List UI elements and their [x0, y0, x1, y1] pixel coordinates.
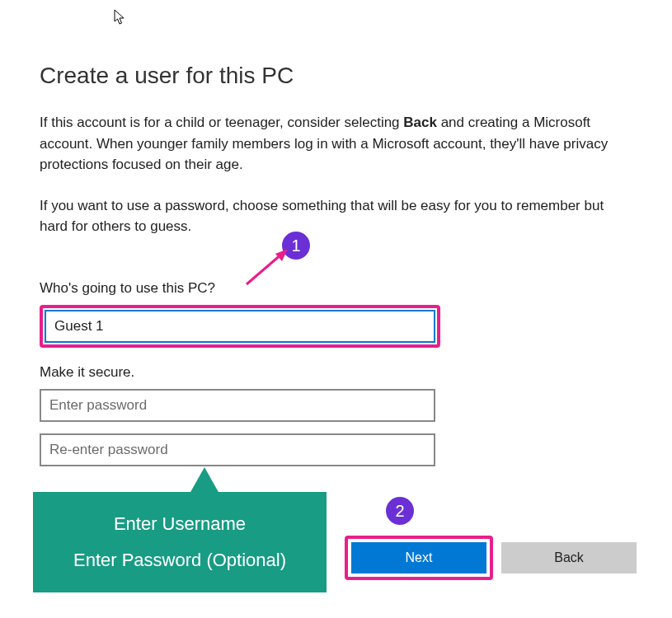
next-button[interactable]: Next: [351, 542, 486, 574]
reenter-password-input[interactable]: [40, 433, 435, 466]
username-label: Who's going to use this PC?: [40, 280, 632, 297]
callout-tail: [190, 467, 219, 494]
annotation-callout: Enter Username Enter Password (Optional): [33, 492, 327, 592]
username-highlight-frame: [40, 305, 440, 348]
annotation-marker-2: 2: [386, 497, 414, 525]
page-title: Create a user for this PC: [40, 63, 632, 89]
username-focus-border: [45, 310, 435, 343]
intro-bold: Back: [403, 115, 437, 130]
callout-line-1: Enter Username: [114, 513, 246, 535]
cursor-icon: [114, 9, 127, 26]
button-row: Next Back: [345, 536, 637, 580]
next-highlight-frame: Next: [345, 536, 493, 580]
callout-line-2: Enter Password (Optional): [73, 550, 286, 571]
username-input[interactable]: [46, 311, 434, 341]
intro-prefix: If this account is for a child or teenag…: [40, 115, 403, 130]
intro-text: If this account is for a child or teenag…: [40, 112, 632, 176]
password-input[interactable]: [40, 389, 435, 422]
password-hint-text: If you want to use a password, choose so…: [40, 195, 632, 237]
annotation-marker-1: 1: [282, 232, 310, 260]
secure-label: Make it secure.: [40, 364, 632, 381]
back-button[interactable]: Back: [501, 542, 637, 574]
